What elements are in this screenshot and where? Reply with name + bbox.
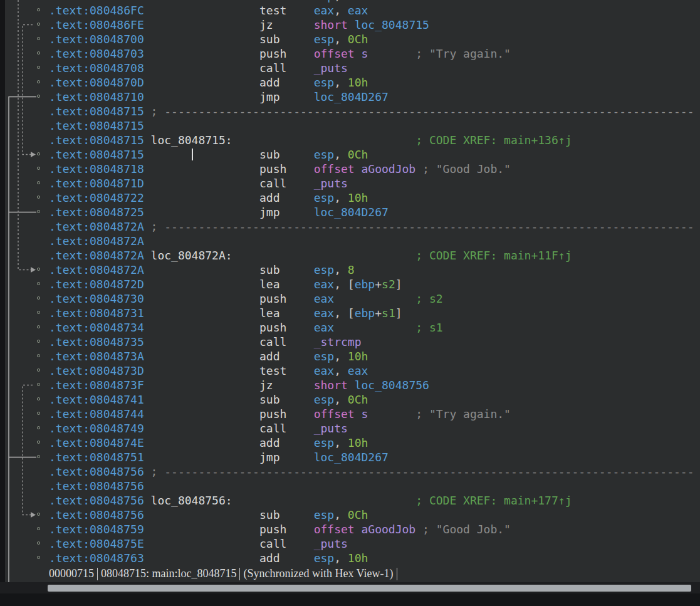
code-segment-pl: ] [395,278,402,291]
disasm-line[interactable]: .text:08048710 jmp loc_804D267 [5,90,700,104]
status-current-location: 08048715: main:loc_8048715 [101,567,236,580]
disasm-line[interactable]: .text:0804873A add esp, 10h [5,349,700,363]
code-segment-pl [144,148,259,161]
code-segment-mn: jmp [259,206,314,219]
instruction-dot-icon [37,80,40,83]
disasm-line[interactable]: .text:0804872A sub esp, 8 [5,263,700,277]
disasm-line[interactable]: .text:0804873F jz short loc_8048756 [5,378,700,392]
code-segment-cmt: ; "Try again." [415,407,511,421]
code-segment-sep: ; --------------------------------------… [151,465,694,478]
code-segment-pl [334,321,415,334]
disasm-line[interactable]: .text:08048700 sub esp, 0Ch [5,32,700,46]
code-segment-addr: .text:0804872D [49,278,144,291]
disasm-line[interactable]: .text:0804872D lea eax, [ebp+s2] [5,277,700,291]
disasm-line[interactable]: .text:08048715 sub esp, 0Ch [5,147,700,162]
disasm-line[interactable]: .text:08048730 push eax ; s2 [5,291,700,306]
disasm-line[interactable]: .text:0804875E call _puts [5,536,700,551]
disasm-line[interactable]: .text:08048715 ; -----------------------… [5,104,700,118]
code-segment-reg: esp [314,191,335,204]
code-segment-mn: add [259,0,314,3]
code-segment-pl [144,350,259,363]
code-segment-pl [144,76,259,89]
code-segment-addr: .text:0804874E [49,436,144,449]
disasm-line[interactable]: .text:0804872A [5,234,700,248]
disasm-line[interactable]: .text:08048763 add esp, 10h [5,551,700,565]
code-segment-mn: sub [259,263,314,276]
disasm-line[interactable]: .text:08048734 push eax ; s1 [5,320,700,335]
disasm-line[interactable]: .text:08048751 jmp loc_804D267 [5,450,700,464]
instruction-dot-icon [37,311,40,314]
code-segment-pl [144,451,259,464]
disasm-line[interactable]: .text:08048703 push offset s ; "Try agai… [5,46,700,61]
disasm-line[interactable]: .text:0804873D test eax, eax [5,363,700,378]
disassembly-listing[interactable]: .text:080486F9 add esp, 10h.text:080486F… [5,0,700,565]
code-segment-cmt: ; "Good Job." [422,523,511,536]
status-divider [397,568,397,580]
code-segment-pl: , [334,0,348,3]
disasm-line[interactable]: .text:080486FC test eax, eax [5,3,700,18]
code-segment-addr: .text:08048710 [49,90,144,103]
code-segment-num: 10h [348,191,368,204]
disasm-line[interactable]: .text:08048718 push offset aGoodJob ; "G… [5,162,700,176]
code-segment-pl [144,191,259,204]
instruction-dot-icon [37,296,40,300]
code-segment-pl: , [334,76,348,89]
disasm-line[interactable]: .text:08048735 call _strcmp [5,335,700,349]
disasm-line[interactable]: .text:08048715 [5,118,700,133]
disasm-line[interactable]: .text:08048744 push offset s ; "Try agai… [5,407,700,421]
code-segment-mn: sub [259,508,314,521]
code-segment-reg: esp [314,0,335,3]
instruction-dot-icon [37,513,40,516]
disasm-line[interactable]: .text:0804872A ; -----------------------… [5,219,700,234]
code-segment-pl [334,292,415,305]
disasm-line[interactable]: .text:08048759 push offset aGoodJob ; "G… [5,522,700,536]
instruction-dot-icon [37,66,40,69]
instruction-dot-icon [37,541,40,545]
code-segment-addr: .text:08048725 [49,206,144,219]
disasm-line[interactable]: .text:0804872A loc_804872A: ; CODE XREF:… [5,248,700,263]
disasm-line[interactable]: .text:08048756 sub esp, 0Ch [5,508,700,522]
code-segment-loc: loc_804D267 [314,206,389,219]
disasm-line[interactable]: .text:08048756 ; -----------------------… [5,464,700,479]
code-segment-pl [144,133,151,147]
code-segment-pl [144,306,259,320]
code-segment-pl [144,436,259,449]
code-segment-loc: loc_804D267 [314,90,389,103]
code-segment-addr: .text:08048756 [49,479,144,493]
code-segment-pl [144,321,259,334]
code-segment-pl [144,407,259,421]
disasm-line[interactable]: .text:08048725 jmp loc_804D267 [5,205,700,219]
code-segment-num: 8 [348,263,355,276]
code-segment-fn: _puts [314,422,348,435]
disasm-line[interactable]: .text:08048715 loc_8048715: ; CODE XREF:… [5,133,700,147]
code-segment-addr: .text:080486FE [49,18,144,31]
disasm-line[interactable]: .text:0804871D call _puts [5,176,700,191]
disasm-line[interactable]: .text:08048749 call _puts [5,421,700,436]
code-segment-reg: eax [314,364,335,377]
disasm-line[interactable]: .text:08048731 lea eax, [ebp+s1] [5,306,700,320]
code-segment-dn: s [362,47,368,60]
code-segment-mn: add [259,551,314,565]
disasm-line[interactable]: .text:08048756 loc_8048756: ; CODE XREF:… [5,493,700,508]
code-segment-pl: , [334,263,348,276]
disasm-line[interactable]: .text:08048722 add esp, 10h [5,191,700,205]
disasm-line[interactable]: .text:08048708 call _puts [5,61,700,75]
instruction-dot-icon [37,8,40,11]
code-segment-lbl: loc_8048756: [151,494,232,507]
code-segment-reg: eax [314,278,335,291]
instruction-dot-icon [37,383,40,386]
instruction-dot-icon [37,354,40,357]
code-segment-addr: .text:080486FC [49,4,144,17]
code-segment-mn: add [259,350,314,363]
code-segment-pl [144,494,151,507]
disasm-line[interactable]: .text:0804874E add esp, 10h [5,436,700,450]
disasm-line[interactable]: .text:08048756 [5,479,700,493]
status-bar: 00000715 08048715: main:loc_8048715 (Syn… [5,565,700,582]
code-segment-addr: .text:0804873A [49,350,144,363]
disasm-line[interactable]: .text:080486FE jz short loc_8048715 [5,18,700,32]
disasm-line[interactable]: .text:0804870D add esp, 10h [5,75,700,90]
scrollbar-thumb[interactable] [48,585,691,592]
disasm-line[interactable]: .text:08048741 sub esp, 0Ch [5,392,700,407]
code-segment-pl [144,177,259,190]
horizontal-scrollbar[interactable] [0,582,700,593]
